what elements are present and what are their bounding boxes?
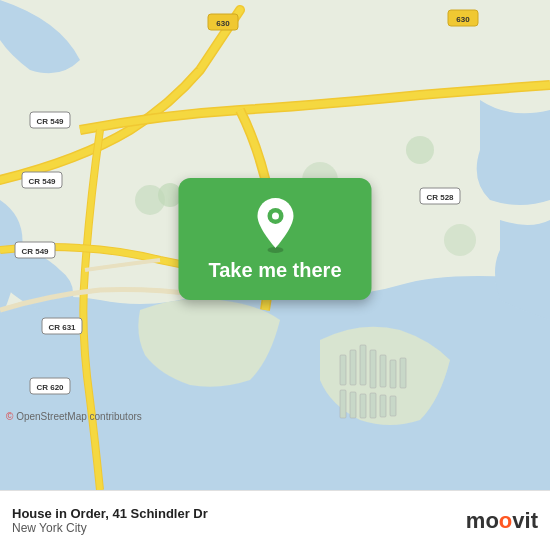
location-city: New York City [12, 521, 466, 535]
svg-point-34 [406, 136, 434, 164]
address-info: House in Order, 41 Schindler Dr New York… [12, 506, 466, 535]
location-pin-icon [250, 196, 300, 251]
svg-rect-6 [390, 360, 396, 388]
svg-rect-10 [350, 392, 356, 418]
svg-point-38 [272, 212, 279, 219]
svg-text:CR 549: CR 549 [21, 247, 49, 256]
svg-rect-12 [370, 393, 376, 418]
svg-text:CR 631: CR 631 [48, 323, 76, 332]
take-me-there-button[interactable]: Take me there [178, 178, 371, 300]
svg-rect-9 [340, 390, 346, 418]
svg-rect-11 [360, 394, 366, 418]
svg-text:CR 549: CR 549 [36, 117, 64, 126]
map-container: 630 630 CR 549 CR 549 CR 549 CR 528 CR 6… [0, 0, 550, 490]
svg-text:CR 528: CR 528 [426, 193, 454, 202]
take-me-there-label: Take me there [208, 259, 341, 282]
svg-text:CR 620: CR 620 [36, 383, 64, 392]
svg-rect-14 [390, 396, 396, 416]
svg-point-35 [444, 224, 476, 256]
svg-text:CR 549: CR 549 [28, 177, 56, 186]
moovit-logo: moovit [466, 508, 538, 534]
svg-rect-5 [380, 355, 386, 387]
copyright-attribution: OpenStreetMap contributors [16, 411, 142, 422]
copyright-symbol: © [6, 411, 13, 422]
copyright-text: © OpenStreetMap contributors [6, 411, 142, 422]
svg-rect-13 [380, 395, 386, 417]
svg-text:630: 630 [456, 15, 470, 24]
location-name: House in Order, 41 Schindler Dr [12, 506, 466, 521]
moovit-brand-text: moovit [466, 508, 538, 534]
svg-rect-4 [370, 350, 376, 388]
svg-rect-1 [340, 355, 346, 385]
svg-rect-3 [360, 345, 366, 385]
bottom-bar: House in Order, 41 Schindler Dr New York… [0, 490, 550, 550]
svg-rect-7 [400, 358, 406, 388]
svg-rect-2 [350, 350, 356, 385]
svg-text:630: 630 [216, 19, 230, 28]
